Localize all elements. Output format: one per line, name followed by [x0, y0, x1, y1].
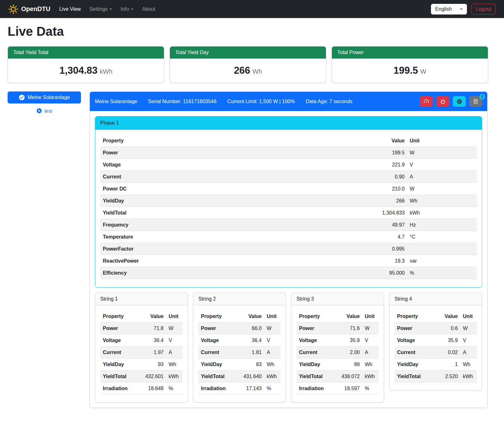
- string-1-card: String 1 Property Value Unit: [95, 293, 188, 402]
- unit-cell: W: [460, 322, 477, 334]
- unit-cell: Wh: [264, 358, 281, 371]
- value-cell: 1: [435, 358, 460, 371]
- property-cell: Power: [395, 322, 435, 334]
- journal-list-icon: [473, 99, 478, 104]
- unit-cell: Wh: [407, 195, 477, 207]
- sidebar-item-meine-solaranlage[interactable]: Meine Solaranlage: [8, 91, 81, 103]
- property-cell: Irradiation: [296, 383, 337, 395]
- value-cell: 266: [366, 195, 407, 207]
- property-cell: Current: [198, 346, 239, 358]
- language-select[interactable]: English: [431, 4, 467, 15]
- unit-cell: V: [166, 334, 183, 346]
- unit-cell: %: [362, 383, 379, 395]
- value-cell: 66.0: [239, 322, 264, 334]
- total-yield-total-card: Total Yield Total 1,304.83kWh: [8, 46, 164, 83]
- value-cell: 36.4: [239, 334, 264, 346]
- nav-live-view[interactable]: Live View: [59, 6, 81, 12]
- string-card-title: String 3: [291, 293, 384, 305]
- col-property: Property: [198, 310, 239, 322]
- table-header-row: Property Value Unit: [100, 135, 477, 147]
- sidebar-item-test[interactable]: test: [8, 108, 81, 114]
- unit-cell: V: [264, 334, 281, 346]
- col-unit: Unit: [407, 135, 477, 147]
- string-table: Property Value Unit Power71.6WVoltage35.…: [296, 310, 379, 395]
- table-row: YieldTotal431.640kWh: [198, 371, 281, 383]
- property-cell: Current: [100, 171, 366, 183]
- table-row: YieldTotal432.601kWh: [100, 371, 183, 383]
- limit-settings-button[interactable]: [420, 96, 433, 107]
- unit-cell: A: [264, 346, 281, 358]
- table-row: Irradiation18.649%: [100, 383, 183, 395]
- col-value: Value: [435, 310, 460, 322]
- total-yield-day-card: Total Yield Day 266Wh: [170, 46, 326, 83]
- nav-settings[interactable]: Settings: [89, 6, 112, 12]
- string-card-body: Property Value Unit Power71.8WVoltage36.…: [95, 305, 188, 402]
- table-header-row: Property Value Unit: [296, 310, 379, 322]
- nav-about[interactable]: About: [142, 6, 155, 12]
- nav-settings-label: Settings: [89, 6, 108, 12]
- value-cell: 93: [141, 358, 166, 371]
- property-cell: Power: [100, 322, 141, 334]
- events-button[interactable]: 2: [469, 96, 482, 107]
- unit-cell: [407, 243, 477, 255]
- inverter-card-body: Phase 1 Property Value Unit Power199.5WV…: [90, 111, 487, 408]
- table-header-row: Property Value Unit: [100, 310, 183, 322]
- property-cell: Irradiation: [100, 383, 141, 395]
- brand[interactable]: OpenDTU: [8, 4, 50, 14]
- property-cell: Voltage: [100, 334, 141, 346]
- value-cell: 1.81: [239, 346, 264, 358]
- power-button[interactable]: [436, 96, 449, 107]
- device-info-button[interactable]: [453, 96, 466, 107]
- chevron-down-icon: [109, 9, 112, 10]
- value-cell: 71.6: [337, 322, 362, 334]
- value-cell: 438.072: [337, 371, 362, 383]
- value-cell: 49.97: [366, 219, 407, 231]
- col-value: Value: [141, 310, 166, 322]
- power-icon: [440, 99, 446, 104]
- summary-value: 266: [234, 65, 250, 76]
- gauge-icon: [423, 98, 429, 104]
- table-row: ReactivePower19.3var: [100, 255, 477, 267]
- table-row: YieldTotal438.072kWh: [296, 371, 379, 383]
- property-cell: YieldDay: [100, 358, 141, 371]
- string-card-title: String 1: [95, 293, 188, 305]
- table-row: YieldDay83Wh: [198, 358, 281, 371]
- value-cell: 221.9: [366, 159, 407, 171]
- summary-value: 199.5: [394, 65, 418, 76]
- value-cell: 71.8: [141, 322, 166, 334]
- property-cell: Current: [296, 346, 337, 358]
- string-card-body: Property Value Unit Power66.0WVoltage36.…: [193, 305, 286, 402]
- unit-cell: V: [407, 159, 477, 171]
- inverter-sidebar: Meine Solaranlage test: [8, 91, 81, 114]
- navbar-right: English Logout: [431, 4, 496, 15]
- table-row: Power199.5W: [100, 147, 477, 159]
- unit-cell: Wh: [460, 358, 477, 371]
- check-circle-icon: [19, 94, 25, 101]
- value-cell: 2.00: [337, 346, 362, 358]
- phase-1-card: Phase 1 Property Value Unit Power199.5WV…: [95, 116, 482, 288]
- table-row: Power66.0W: [198, 322, 281, 334]
- property-cell: Frequency: [100, 219, 366, 231]
- property-cell: Voltage: [198, 334, 239, 346]
- value-cell: 0.995: [366, 243, 407, 255]
- unit-cell: kWh: [407, 207, 477, 219]
- sidebar-item-label: Meine Solaranlage: [28, 95, 70, 100]
- table-row: Current1.81A: [198, 346, 281, 358]
- unit-cell: %: [264, 383, 281, 395]
- col-unit: Unit: [166, 310, 183, 322]
- unit-cell: var: [407, 255, 477, 267]
- phase-table: Property Value Unit Power199.5WVoltage22…: [100, 135, 477, 279]
- property-cell: YieldDay: [296, 358, 337, 371]
- unit-cell: V: [362, 334, 379, 346]
- table-row: Efficiency95.000%: [100, 267, 477, 279]
- value-cell: 1,304.833: [366, 207, 407, 219]
- table-row: Current2.00A: [296, 346, 379, 358]
- summary-card-title: Total Yield Total: [8, 47, 164, 59]
- value-cell: 83: [239, 358, 264, 371]
- nav-info[interactable]: Info: [121, 6, 134, 12]
- summary-card-body: 199.5W: [332, 59, 488, 83]
- logout-button[interactable]: Logout: [471, 4, 496, 15]
- value-cell: 89: [337, 358, 362, 371]
- property-cell: YieldTotal: [296, 371, 337, 383]
- value-cell: 17.143: [239, 383, 264, 395]
